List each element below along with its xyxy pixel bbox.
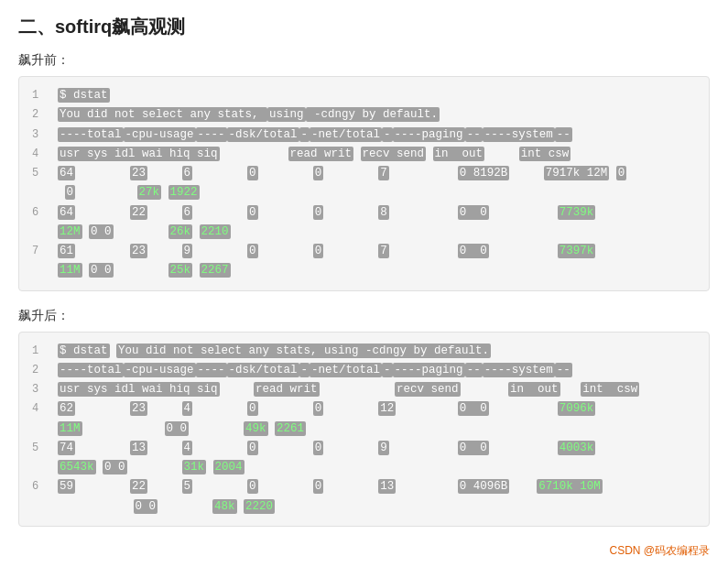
code-line: 6 59 22 5 0 0 13 0 4096B 6710k 10M 0 0 4… bbox=[32, 477, 696, 517]
before-code-block: 1 $ dstat 2 You did not select any stats… bbox=[18, 76, 710, 291]
code-line: 6 64 22 6 0 0 8 0 0 7739k12M 0 0 26k 221… bbox=[32, 203, 696, 243]
line-number: 1 bbox=[32, 342, 49, 360]
before-label: 飙升前： bbox=[18, 52, 710, 69]
line-number: 4 bbox=[32, 145, 49, 163]
page-container: 二、softirq飙高观测 飙升前： 1 $ dstat 2 You did n… bbox=[18, 15, 710, 559]
code-line: 3 usr sys idl wai hiq siq read writ recv… bbox=[32, 380, 696, 399]
line-number: 5 bbox=[32, 164, 49, 182]
after-label: 飙升后： bbox=[18, 308, 710, 324]
footer-credit: CSDN @码农编程录 bbox=[18, 543, 710, 559]
line-number: 1 bbox=[32, 86, 49, 104]
line-number: 5 bbox=[32, 439, 49, 457]
line-text: usr sys idl wai hiq siq read writ recv s… bbox=[58, 380, 696, 399]
code-line: 1 $ dstat You did not select any stats, … bbox=[32, 342, 696, 361]
line-text: 61 23 9 0 0 7 0 0 7397k11M 0 0 25k 2267 bbox=[58, 242, 696, 281]
line-number: 6 bbox=[32, 477, 49, 496]
code-line: 4 62 23 4 0 0 12 0 0 7096k11M 0 0 49k 22… bbox=[32, 399, 696, 439]
code-line: 5 74 13 4 0 0 9 0 0 4003k6543k 0 0 31k 2… bbox=[32, 439, 696, 478]
line-number: 2 bbox=[32, 105, 49, 124]
line-text: ----total-cpu-usage-----dsk/total--net/t… bbox=[58, 361, 696, 380]
line-text: 59 22 5 0 0 13 0 4096B 6710k 10M 0 0 48k… bbox=[58, 477, 696, 517]
line-text: 62 23 4 0 0 12 0 0 7096k11M 0 0 49k 2261 bbox=[58, 399, 696, 439]
line-text: $ dstat You did not select any stats, us… bbox=[58, 342, 696, 361]
line-number: 3 bbox=[32, 380, 49, 398]
line-text: $ dstat bbox=[58, 86, 696, 105]
line-number: 7 bbox=[32, 242, 49, 260]
code-line: 1 $ dstat bbox=[32, 86, 696, 105]
line-text: usr sys idl wai hiq siq read writ recv s… bbox=[58, 145, 696, 164]
after-code-block: 1 $ dstat You did not select any stats, … bbox=[18, 332, 710, 527]
code-line: 5 64 23 6 0 0 7 0 8192B 7917k 12M 0 0 27… bbox=[32, 164, 696, 203]
line-number: 6 bbox=[32, 203, 49, 222]
line-text: 64 23 6 0 0 7 0 8192B 7917k 12M 0 0 27k … bbox=[58, 164, 696, 203]
code-line: 2 ----total-cpu-usage-----dsk/total--net… bbox=[32, 361, 696, 380]
line-number: 3 bbox=[32, 125, 49, 144]
code-line: 4 usr sys idl wai hiq siq read writ recv… bbox=[32, 145, 696, 164]
page-title: 二、softirq飙高观测 bbox=[18, 15, 710, 39]
line-text: 74 13 4 0 0 9 0 0 4003k6543k 0 0 31k 200… bbox=[58, 439, 696, 478]
line-text: ----total-cpu-usage-----dsk/total--net/t… bbox=[58, 125, 696, 145]
line-number: 2 bbox=[32, 361, 49, 379]
code-line: 2 You did not select any stats, using -c… bbox=[32, 105, 696, 125]
line-text: You did not select any stats, using -cdn… bbox=[58, 105, 696, 125]
code-line: 7 61 23 9 0 0 7 0 0 7397k11M 0 0 25k 226… bbox=[32, 242, 696, 281]
line-number: 4 bbox=[32, 399, 49, 418]
line-text: 64 22 6 0 0 8 0 0 7739k12M 0 0 26k 2210 bbox=[58, 203, 696, 243]
code-line: 3 ----total-cpu-usage-----dsk/total--net… bbox=[32, 125, 696, 145]
